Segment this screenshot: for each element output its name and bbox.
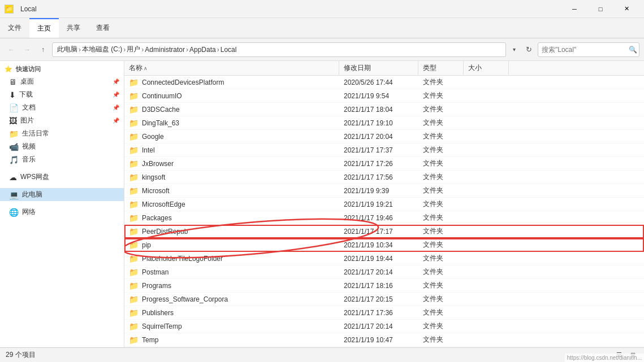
pc-icon: 💻 <box>9 190 19 199</box>
table-row[interactable]: 📁 ContinuumIO 2021/1/19 9:54 文件夹 <box>124 89 644 103</box>
title-bar: 📁 Local ─ □ ✕ <box>0 0 644 18</box>
sidebar-item-downloads[interactable]: ⬇ 下载 📌 <box>0 88 124 101</box>
title-bar-icons: 📁 <box>5 5 14 14</box>
file-type-cell: 文件夹 <box>418 320 464 333</box>
table-row[interactable]: 📁 MicrosoftEdge 2021/1/19 19:21 文件夹 <box>124 198 644 211</box>
minimize-button[interactable]: ─ <box>561 0 587 18</box>
table-row[interactable]: 📁 kingsoft 2021/1/17 17:56 文件夹 <box>124 171 644 184</box>
table-row[interactable]: 📁 Programs 2021/1/17 18:16 文件夹 <box>124 279 644 293</box>
sidebar-item-life[interactable]: 📁 生活日常 <box>0 127 124 140</box>
table-row[interactable]: 📁 ConnectedDevicesPlatform 2020/5/26 17:… <box>124 76 644 89</box>
sidebar-item-pictures[interactable]: 🖼 图片 📌 <box>0 114 124 127</box>
quick-access-section: ⭐ 快速访问 🖥 桌面 📌 ⬇ 下载 📌 📄 文档 📌 🖼 图片 � <box>0 61 124 168</box>
col-header-type[interactable]: 类型 <box>418 61 464 75</box>
table-row[interactable]: 📁 PeerDistRepub 2021/1/17 17:17 文件夹 <box>124 225 644 238</box>
sidebar-item-thispc[interactable]: 💻 此电脑 <box>0 188 124 201</box>
table-row[interactable]: 📁 pip 2021/1/19 10:34 文件夹 <box>124 238 644 252</box>
file-size-cell <box>464 279 509 292</box>
file-size-cell <box>464 157 509 170</box>
file-date-cell: 2021/1/17 17:17 <box>339 225 418 238</box>
file-size-cell <box>464 320 509 333</box>
folder-icon: 📁 <box>129 173 139 182</box>
ribbon: 文件 主页 共享 查看 <box>0 18 644 38</box>
table-row[interactable]: 📁 Tencent 2021/1/18 15:07 文件夹 <box>124 347 644 347</box>
file-name-cell: 📁 ContinuumIO <box>124 89 339 102</box>
path-admin[interactable]: Administrator <box>145 46 185 54</box>
folder-icon: 📁 <box>129 91 139 101</box>
refresh-button[interactable]: ↻ <box>522 43 535 56</box>
folder-icon: 📁 <box>129 268 139 277</box>
file-name-cell: 📁 Temp <box>124 333 339 346</box>
file-size-cell <box>464 306 509 319</box>
folder-icon: 📁 <box>129 295 139 304</box>
watermark: https://blog.csdn.net/dianxin... <box>565 354 644 362</box>
table-row[interactable]: 📁 Progress_Software_Corpora 2021/1/17 20… <box>124 293 644 306</box>
file-date-cell: 2021/1/17 18:04 <box>339 103 418 116</box>
file-name-cell: 📁 Intel <box>124 143 339 156</box>
wps-section: ☁ WPS网盘 <box>0 168 124 186</box>
table-row[interactable]: 📁 D3DSCache 2021/1/17 18:04 文件夹 <box>124 103 644 116</box>
address-dropdown-button[interactable]: ▾ <box>508 42 520 57</box>
table-row[interactable]: 📁 Intel 2021/1/17 17:37 文件夹 <box>124 143 644 157</box>
folder-icon: 📁 <box>129 241 139 250</box>
path-local[interactable]: Local <box>221 46 237 54</box>
close-button[interactable]: ✕ <box>613 0 639 18</box>
tab-view[interactable]: 查看 <box>88 18 118 38</box>
folder-icon: 📁 <box>129 308 139 317</box>
sidebar-item-wps[interactable]: ☁ WPS网盘 <box>0 171 124 184</box>
sidebar-item-desktop[interactable]: 🖥 桌面 📌 <box>0 75 124 88</box>
file-size-cell <box>464 103 509 116</box>
tab-share[interactable]: 共享 <box>59 18 88 38</box>
desktop-icon: 🖥 <box>9 77 17 86</box>
file-size-cell <box>464 184 509 197</box>
file-date-cell: 2021/1/19 19:21 <box>339 198 418 211</box>
path-users[interactable]: 用户 <box>127 45 140 54</box>
table-row[interactable]: 📁 Google 2021/1/17 20:04 文件夹 <box>124 130 644 143</box>
sidebar-item-videos[interactable]: 📹 视频 <box>0 140 124 153</box>
folder-icon: 📁 <box>129 132 139 141</box>
life-icon: 📁 <box>9 129 19 138</box>
file-type-cell: 文件夹 <box>418 347 464 347</box>
table-row[interactable]: 📁 Publishers 2021/1/17 17:36 文件夹 <box>124 306 644 320</box>
folder-icon: 📁 <box>129 186 139 195</box>
col-header-size[interactable]: 大小 <box>464 61 509 75</box>
file-date-cell: 2021/1/17 17:36 <box>339 306 418 319</box>
folder-icon: 📁 <box>129 335 139 344</box>
address-path[interactable]: 此电脑 › 本地磁盘 (C:) › 用户 › Administrator › A… <box>52 42 506 57</box>
sidebar-item-music[interactable]: 🎵 音乐 <box>0 153 124 166</box>
table-row[interactable]: 📁 Microsoft 2021/1/19 9:39 文件夹 <box>124 184 644 198</box>
table-row[interactable]: 📁 Postman 2021/1/17 20:14 文件夹 <box>124 265 644 279</box>
folder-icon: 📁 <box>129 254 139 263</box>
search-icon[interactable]: 🔍 <box>629 46 637 54</box>
file-size-cell <box>464 116 509 129</box>
path-pc[interactable]: 此电脑 <box>57 45 77 54</box>
tab-file[interactable]: 文件 <box>0 18 29 38</box>
maximize-button[interactable]: □ <box>587 0 613 18</box>
table-row[interactable]: 📁 JxBrowser 2021/1/17 17:26 文件夹 <box>124 157 644 171</box>
search-box[interactable]: 🔍 <box>538 42 639 57</box>
path-c[interactable]: 本地磁盘 (C:) <box>82 45 122 54</box>
file-date-cell: 2021/1/17 17:56 <box>339 171 418 184</box>
network-icon: 🌐 <box>9 208 19 217</box>
music-icon: 🎵 <box>9 155 19 164</box>
file-name-cell: 📁 DingTalk_63 <box>124 116 339 129</box>
col-header-date[interactable]: 修改日期 <box>339 61 418 75</box>
table-row[interactable]: 📁 Packages 2021/1/17 19:46 文件夹 <box>124 211 644 225</box>
path-appdata[interactable]: AppData <box>189 46 216 54</box>
search-input[interactable] <box>542 46 626 54</box>
file-type-cell: 文件夹 <box>418 198 464 211</box>
forward-button[interactable]: → <box>20 43 34 56</box>
up-button[interactable]: ↑ <box>36 43 50 56</box>
file-size-cell <box>464 76 509 89</box>
sidebar-item-network[interactable]: 🌐 网络 <box>0 206 124 219</box>
table-row[interactable]: 📁 SquirrelTemp 2021/1/17 20:14 文件夹 <box>124 320 644 333</box>
table-row[interactable]: 📁 Temp 2021/1/19 10:47 文件夹 <box>124 333 644 347</box>
thispc-section: 💻 此电脑 <box>0 186 124 203</box>
col-header-name[interactable]: 名称 ∧ <box>124 61 339 75</box>
tab-home[interactable]: 主页 <box>29 18 59 38</box>
back-button[interactable]: ← <box>5 43 18 56</box>
table-row[interactable]: 📁 DingTalk_63 2021/1/17 19:10 文件夹 <box>124 116 644 130</box>
sidebar-item-documents[interactable]: 📄 文档 📌 <box>0 101 124 114</box>
file-type-cell: 文件夹 <box>418 103 464 116</box>
table-row[interactable]: 📁 PlaceholderTileLogoFolder 2021/1/19 19… <box>124 252 644 265</box>
